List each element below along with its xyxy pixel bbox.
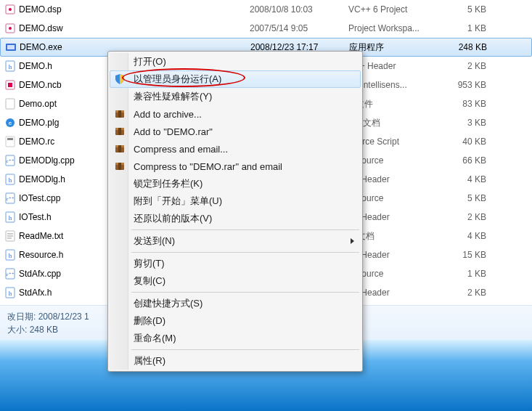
context-menu-item[interactable]: 打开(O) [110, 53, 361, 70]
file-row[interactable]: DEMO.dsw2007/5/14 9:05Project Workspa...… [0, 19, 532, 38]
context-menu-item-label: 打开(O) [134, 55, 166, 68]
file-size: 4 KB [450, 231, 494, 241]
context-menu-item[interactable]: 以管理员身份运行(A) [110, 70, 361, 88]
context-menu-item-label: 复制(C) [134, 274, 165, 288]
rar-icon [113, 107, 126, 121]
svg-text:e: e [9, 120, 12, 126]
file-size: 83 KB [450, 99, 494, 109]
svg-rect-5 [7, 45, 15, 49]
context-menu-item-label: 剪切(T) [134, 257, 165, 270]
file-name: DEMO.dsw [17, 23, 250, 33]
file-size: 66 KB [450, 155, 494, 166]
context-menu-item-label: Add to archive... [134, 109, 202, 120]
context-menu: 打开(O)以管理员身份运行(A)兼容性疑难解答(Y)Add to archive… [107, 51, 363, 372]
file-icon: h [3, 60, 17, 72]
file-size: 248 KB [451, 42, 494, 52]
svg-rect-9 [8, 83, 12, 87]
file-icon: h [3, 211, 17, 223]
file-icon: c⁺⁺ [3, 192, 17, 204]
file-date: 2007/5/14 9:05 [250, 23, 348, 33]
svg-rect-41 [118, 145, 121, 152]
file-type: ++ Intellisens... [348, 80, 450, 90]
file-icon: h [3, 249, 17, 261]
context-menu-item[interactable]: 锁定到任务栏(K) [110, 175, 361, 192]
context-menu-item-label: 以管理员身份运行(A) [134, 73, 221, 86]
file-size: 953 KB [450, 80, 494, 90]
file-icon [3, 230, 17, 242]
file-type: T 文件 [348, 98, 450, 110]
file-size: 3 KB [450, 118, 494, 128]
svg-text:h: h [9, 176, 12, 184]
context-menu-item[interactable]: 创建快捷方式(S) [110, 295, 361, 312]
context-menu-item[interactable]: Compress and email... [110, 140, 361, 158]
file-type: ++ Header [348, 174, 450, 184]
context-menu-item-label: 附到「开始」菜单(U) [134, 195, 222, 208]
file-date: 2008/10/8 10:03 [250, 4, 348, 15]
submenu-arrow-icon [351, 238, 354, 244]
context-menu-item-label: 发送到(N) [134, 235, 175, 248]
file-icon [3, 136, 17, 147]
svg-text:c⁺⁺: c⁺⁺ [6, 196, 14, 202]
file-name: DEMO.dsp [17, 4, 250, 15]
menu-separator [131, 349, 359, 350]
context-menu-item-label: 还原以前的版本(V) [134, 212, 212, 225]
file-icon [3, 4, 17, 15]
context-menu-item[interactable]: 属性(R) [110, 352, 361, 370]
context-menu-item[interactable]: Add to archive... [110, 105, 361, 123]
file-type: Project Workspa... [348, 23, 450, 33]
context-menu-item[interactable]: Add to "DEMO.rar" [110, 123, 361, 140]
file-type: ML 文档 [348, 117, 450, 129]
file-size: 40 KB [450, 137, 494, 147]
context-menu-item[interactable]: 重命名(M) [110, 330, 361, 347]
svg-point-3 [9, 27, 12, 30]
file-type: C++ Header [348, 61, 450, 71]
context-menu-item-label: Compress and email... [134, 144, 228, 155]
file-size: 2 KB [450, 61, 494, 71]
svg-rect-44 [118, 163, 121, 170]
svg-rect-14 [7, 138, 13, 140]
file-type: 应用程序 [349, 41, 451, 54]
menu-separator [131, 229, 359, 230]
file-size: 5 KB [450, 193, 494, 203]
file-type: + Source [348, 193, 450, 203]
context-menu-item[interactable]: 复制(C) [110, 272, 361, 290]
svg-text:h: h [9, 214, 12, 221]
context-menu-item[interactable]: Compress to "DEMO.rar" and email [110, 158, 361, 175]
file-icon [3, 79, 17, 91]
file-icon: h [3, 287, 17, 298]
svg-text:c⁺⁺: c⁺⁺ [6, 158, 14, 164]
file-size: 1 KB [450, 23, 494, 33]
context-menu-item-label: 锁定到任务栏(K) [134, 177, 202, 190]
file-size: 2 KB [450, 212, 494, 222]
context-menu-item[interactable]: 还原以前的版本(V) [110, 210, 361, 227]
svg-rect-38 [118, 128, 121, 135]
svg-point-1 [9, 8, 12, 11]
context-menu-item-label: 删除(D) [134, 314, 165, 327]
svg-text:h: h [9, 252, 12, 259]
svg-text:h: h [9, 290, 12, 297]
file-icon: h [3, 174, 17, 185]
context-menu-item[interactable]: 附到「开始」菜单(U) [110, 192, 361, 210]
file-size: 2 KB [450, 288, 494, 298]
file-icon [4, 41, 18, 53]
svg-text:c⁺⁺: c⁺⁺ [6, 272, 14, 277]
context-menu-item-label: 创建快捷方式(S) [134, 297, 202, 310]
shield-icon [113, 73, 126, 86]
rar-icon [113, 125, 126, 138]
file-size: 5 KB [450, 4, 494, 15]
context-menu-item[interactable]: 剪切(T) [110, 255, 361, 272]
file-type: ++ Header [348, 288, 450, 298]
context-menu-item[interactable]: 发送到(N) [110, 232, 361, 250]
file-row[interactable]: DEMO.dsp2008/10/8 10:03VC++ 6 Project5 K… [0, 0, 532, 19]
context-menu-item[interactable]: 删除(D) [110, 312, 361, 330]
file-icon [3, 98, 17, 110]
file-icon [3, 23, 17, 34]
rar-icon [113, 142, 126, 155]
file-icon: e [3, 117, 17, 129]
file-size: 4 KB [450, 174, 494, 184]
file-size: 15 KB [450, 250, 494, 260]
context-menu-item[interactable]: 兼容性疑难解答(Y) [110, 88, 361, 105]
svg-rect-10 [6, 99, 15, 109]
context-menu-item-label: 属性(R) [134, 354, 165, 367]
file-icon: c⁺⁺ [3, 155, 17, 166]
